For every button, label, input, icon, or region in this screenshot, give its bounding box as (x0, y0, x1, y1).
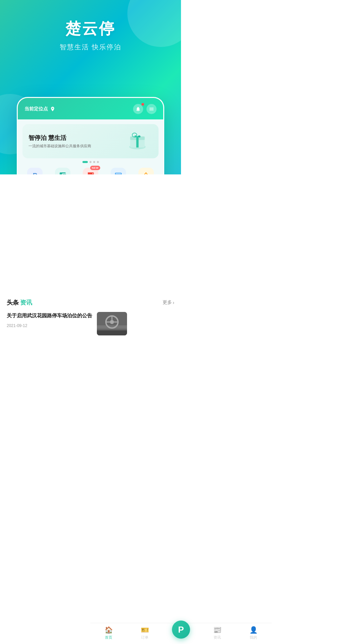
dot-2 (89, 161, 92, 163)
location-label: 当前定位点 (24, 106, 48, 112)
phone-mockup: 当前定位点 (17, 97, 164, 174)
menu-monthly[interactable]: 线上月卡 (111, 168, 126, 174)
news-headline: 关于启用武汉花园路停车场泊位的公告 (7, 312, 92, 320)
gift-icon (126, 129, 149, 151)
payment-svg (142, 171, 150, 174)
dot-3 (93, 161, 95, 163)
banner-dots (18, 158, 163, 164)
card-svg (114, 171, 122, 174)
menu-button[interactable] (146, 104, 157, 114)
app-subtitle: 智慧生活 快乐停泊 (0, 43, 181, 52)
svg-point-19 (110, 320, 114, 324)
quick-menu: P 找停车场 我的钱包 NEW (18, 164, 163, 174)
invoice-icon: NEW (83, 168, 98, 174)
news-item[interactable]: 关于启用武汉花园路停车场泊位的公告 2021-09-12 (7, 312, 174, 335)
news-main-title: 头条 (7, 299, 19, 307)
banner-image (126, 129, 153, 153)
promo-banner[interactable]: 智停泊 慧生活 一流的城市基础设施和公共服务供应商 (22, 124, 159, 158)
svg-rect-3 (136, 137, 139, 148)
news-title: 头条 资讯 (7, 299, 32, 307)
location-display: 当前定位点 (24, 106, 55, 112)
menu-payment[interactable]: 快捷支付 (138, 168, 154, 174)
news-sub-title: 资讯 (20, 299, 32, 307)
banner-description: 一流的城市基础设施和公共服务供应商 (28, 144, 91, 149)
chevron-right-icon: › (173, 300, 174, 305)
dot-4 (97, 161, 99, 163)
header-icons (133, 104, 157, 114)
location-icon (50, 106, 55, 112)
menu-wallet[interactable]: 我的钱包 (55, 168, 70, 174)
wallet-icon (55, 168, 70, 174)
news-header: 头条 资讯 更多 › (7, 299, 174, 307)
hero-section: 楚云停 智慧生活 快乐停泊 当前定位点 (0, 0, 181, 174)
find-parking-icon: P (27, 168, 43, 174)
dot-1 (82, 161, 88, 163)
news-thumbnail (97, 312, 127, 335)
payment-icon (138, 168, 154, 174)
wallet-svg (59, 171, 67, 174)
app-title: 楚云停 (0, 0, 181, 39)
spacer (0, 174, 181, 288)
news-more-button[interactable]: 更多 › (163, 300, 174, 306)
news-section: 头条 资讯 更多 › 关于启用武汉花园路停车场泊位的公告 2021-09-12 (0, 292, 181, 369)
invoice-svg (86, 171, 95, 174)
news-text: 关于启用武汉花园路停车场泊位的公告 2021-09-12 (7, 312, 92, 328)
menu-find-parking[interactable]: P 找停车场 (27, 168, 43, 174)
new-badge: NEW (90, 166, 100, 170)
menu-invoice[interactable]: NEW 电子发票 (83, 168, 98, 174)
banner-text: 智停泊 慧生活 一流的城市基础设施和公共服务供应商 (28, 134, 91, 149)
monthly-icon (111, 168, 126, 174)
bell-icon (135, 106, 141, 112)
banner-heading: 智停泊 慧生活 (28, 134, 91, 142)
more-label: 更多 (163, 300, 172, 306)
menu-icon (149, 106, 154, 112)
notification-button[interactable] (133, 104, 143, 114)
phone-header: 当前定位点 (18, 98, 163, 119)
news-date: 2021-09-12 (7, 323, 27, 328)
news-thumb-svg (97, 312, 127, 335)
